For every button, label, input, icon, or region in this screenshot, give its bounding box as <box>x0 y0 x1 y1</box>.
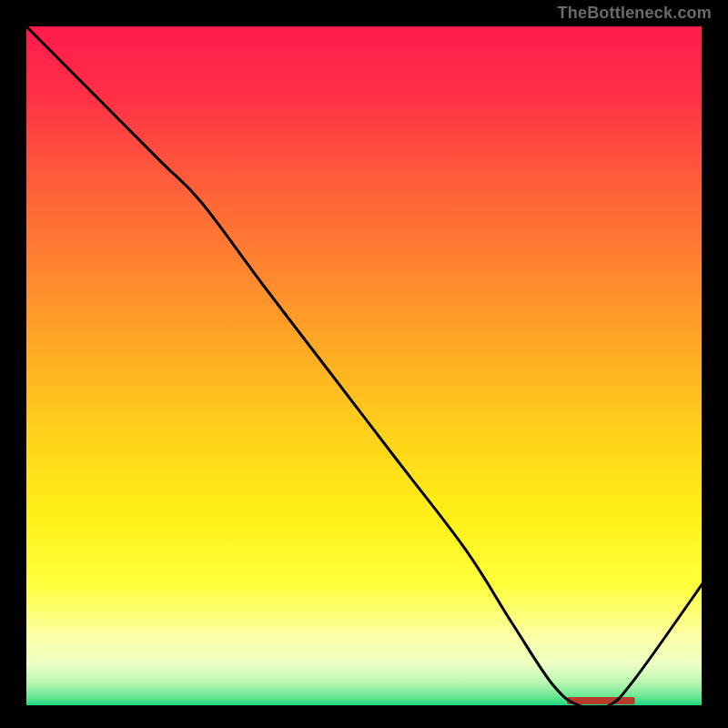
chart-container: TheBottleneck.com <box>0 0 728 728</box>
highlight-band <box>567 697 634 704</box>
bottleneck-chart <box>0 0 728 728</box>
watermark-text: TheBottleneck.com <box>558 4 712 23</box>
